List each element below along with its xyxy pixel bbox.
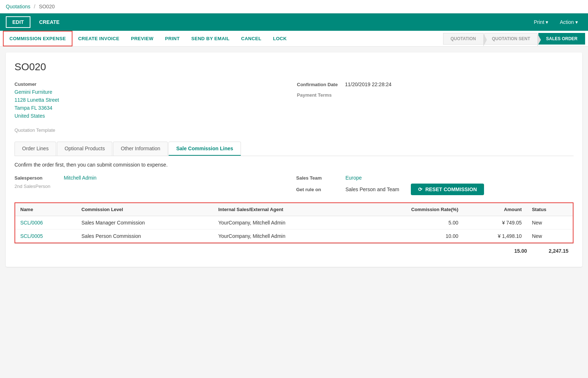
lock-button[interactable]: LOCK xyxy=(267,32,292,46)
salesperson-value[interactable]: Mitchell Admin xyxy=(64,175,96,181)
customer-label: Customer xyxy=(14,81,291,87)
breadcrumb: Quotations / SO020 xyxy=(0,0,588,13)
row-internal-sales: YourCompany, Mitchell Admin xyxy=(213,216,357,230)
action-bar: COMMISSION EXPENSE CREATE INVOICE PREVIE… xyxy=(0,31,588,47)
confirmation-date-value: 11/20/2019 22:28:24 xyxy=(345,81,391,87)
total-amount: 2,247.15 xyxy=(549,248,569,254)
table-footer: 15.00 2,247.15 xyxy=(14,243,574,258)
commission-content: Confirm the order first, then you can su… xyxy=(14,162,574,258)
right-meta: Sales Team Europe Get rule on Sales Pers… xyxy=(296,175,574,195)
breadcrumb-separator: / xyxy=(34,4,36,9)
row-commission-level: Sales Person Commission xyxy=(76,230,213,243)
order-form: Customer Gemini Furniture 1128 Lunetta S… xyxy=(14,81,574,119)
row-commission-rate: 10.00 xyxy=(357,230,463,243)
print-button[interactable]: Print ▾ xyxy=(530,17,553,27)
tab-order-lines[interactable]: Order Lines xyxy=(14,142,56,156)
commission-expense-button[interactable]: COMMISSION EXPENSE xyxy=(3,31,72,46)
sales-team-label: Sales Team xyxy=(296,175,340,181)
tab-other-information[interactable]: Other Information xyxy=(113,142,168,156)
breadcrumb-parent[interactable]: Quotations xyxy=(6,4,30,9)
reset-commission-icon: ⟳ xyxy=(418,186,422,192)
action-button[interactable]: Action ▾ xyxy=(555,17,582,27)
row-amount: ¥ 1,498.10 xyxy=(463,230,527,243)
confirmation-date-label: Confirmation Date xyxy=(297,82,338,87)
table-row[interactable]: SCL/0005 Sales Person Commission YourCom… xyxy=(15,230,573,243)
customer-address1: 1128 Lunetta Street xyxy=(14,97,291,103)
total-rate: 15.00 xyxy=(514,248,527,254)
send-by-email-button[interactable]: SEND BY EMAIL xyxy=(185,32,235,46)
payment-terms-label: Payment Terms xyxy=(297,92,332,98)
row-name[interactable]: SCL/0005 xyxy=(15,230,76,243)
customer-name[interactable]: Gemini Furniture xyxy=(14,89,291,95)
toolbar-right: Print ▾ Action ▾ xyxy=(530,17,583,27)
quotation-template-label: Quotation Template xyxy=(14,127,574,133)
row-commission-level: Sales Manager Commission xyxy=(76,216,213,230)
row-status: New xyxy=(527,216,573,230)
salesperson-label: Salesperson xyxy=(14,175,58,181)
row-status: New xyxy=(527,230,573,243)
row-amount: ¥ 749.05 xyxy=(463,216,527,230)
status-quotation: QUOTATION xyxy=(443,33,484,45)
row-name[interactable]: SCL/0006 xyxy=(15,216,76,230)
col-name: Name xyxy=(15,203,76,216)
tabs: Order Lines Optional Products Other Info… xyxy=(14,142,574,156)
col-commission-rate: Commission Rate(%) xyxy=(357,203,463,216)
get-rule-on-value: Sales Person and Team xyxy=(346,186,399,192)
customer-group: Customer Gemini Furniture 1128 Lunetta S… xyxy=(14,81,291,119)
customer-address3: United States xyxy=(14,113,291,119)
status-quotation-sent: QUOTATION SENT xyxy=(484,33,538,45)
so-number: SO020 xyxy=(14,61,574,73)
cancel-button[interactable]: CANCEL xyxy=(235,32,267,46)
table-row[interactable]: SCL/0006 Sales Manager Commission YourCo… xyxy=(15,216,573,230)
row-commission-rate: 5.00 xyxy=(357,216,463,230)
create-invoice-button[interactable]: CREATE INVOICE xyxy=(72,32,125,46)
breadcrumb-current: SO020 xyxy=(39,4,55,9)
reset-commission-button[interactable]: ⟳ RESET COMMISSION xyxy=(411,184,484,195)
customer-address2: Tampa FL 33634 xyxy=(14,105,291,111)
main-content: SO020 Customer Gemini Furniture 1128 Lun… xyxy=(6,52,582,267)
col-amount: Amount xyxy=(463,203,527,216)
tab-optional-products[interactable]: Optional Products xyxy=(57,142,112,156)
date-group: Confirmation Date 11/20/2019 22:28:24 Pa… xyxy=(297,81,574,119)
commission-table: Name Commission Level Internal Sales/Ext… xyxy=(14,202,574,243)
sales-team-value[interactable]: Europe xyxy=(346,175,362,181)
left-meta: Salesperson Mitchell Admin 2nd SalesPers… xyxy=(14,175,292,195)
commission-info-text: Confirm the order first, then you can su… xyxy=(14,162,574,168)
reset-commission-label: RESET COMMISSION xyxy=(425,186,477,192)
preview-button[interactable]: PREVIEW xyxy=(125,32,159,46)
status-pipeline: QUOTATION QUOTATION SENT SALES ORDER xyxy=(443,33,585,45)
edit-button[interactable]: EDIT xyxy=(6,16,30,28)
row-internal-sales: YourCompany, Mitchell Admin xyxy=(213,230,357,243)
commission-meta: Salesperson Mitchell Admin 2nd SalesPers… xyxy=(14,175,574,195)
col-commission-level: Commission Level xyxy=(76,203,213,216)
col-status: Status xyxy=(527,203,573,216)
second-salesperson-label: 2nd SalesPerson xyxy=(14,184,58,189)
print-action-button[interactable]: PRINT xyxy=(159,32,185,46)
status-sales-order: SALES ORDER xyxy=(538,33,585,45)
top-toolbar: EDIT CREATE Print ▾ Action ▾ xyxy=(0,13,588,31)
create-button[interactable]: CREATE xyxy=(33,17,66,27)
col-internal-sales: Internal Sales/External Agent xyxy=(213,203,357,216)
get-rule-on-label: Get rule on xyxy=(296,187,340,192)
tab-sale-commission-lines[interactable]: Sale Commission Lines xyxy=(168,142,241,156)
